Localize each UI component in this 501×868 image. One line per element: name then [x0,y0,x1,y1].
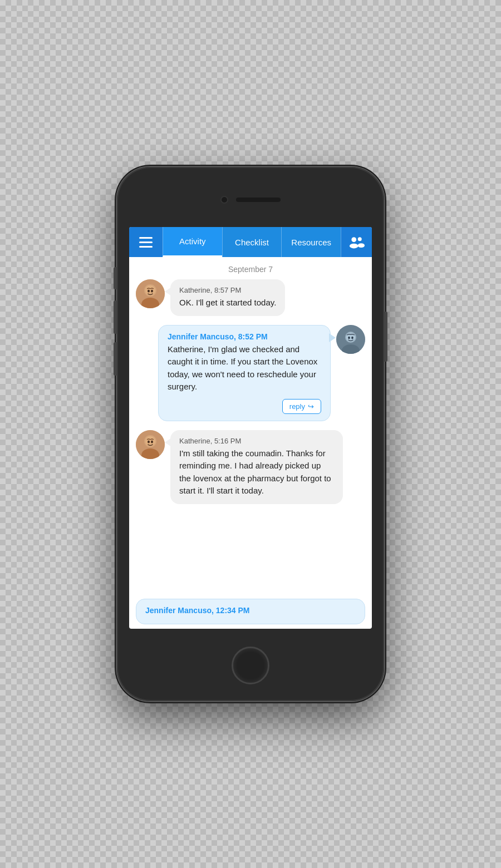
msg-text-3: I'm still taking the coumadin. Thanks fo… [179,447,334,497]
message-bubble-2: Jennifer Mancuso, 8:52 PM Katherine, I'm… [158,325,331,421]
group-button[interactable] [341,227,372,257]
reply-button[interactable]: reply ↪ [282,399,321,414]
msg-sender-2: Jennifer Mancuso, 8:52 PM [168,332,321,341]
hamburger-icon [139,237,153,248]
partial-message-row: Jennifer Mancuso, 12:34 PM [136,599,365,624]
tab-resources-label: Resources [291,238,331,247]
date-text: September 7 [228,265,273,274]
sender-name-1: Katherine [179,286,210,294]
msg-sender-3: Katherine, 5:16 PM [179,437,334,445]
group-icon [349,235,365,249]
tab-checklist-label: Checklist [235,238,269,247]
volume-down-button [114,342,117,376]
speaker [236,198,281,202]
home-button[interactable] [232,647,269,684]
phone-top-bar [220,196,281,204]
hamburger-line-2 [139,241,153,243]
mute-button [114,267,117,289]
sender-name-3: Katherine [179,437,210,445]
phone-screen: Activity Checklist Resources [129,227,372,629]
message-row-3: Katherine, 5:16 PM I'm still taking the … [136,430,365,504]
svg-point-15 [351,336,353,338]
nav-bar: Activity Checklist Resources [129,227,372,257]
svg-point-2 [357,237,361,241]
avatar-jennifer-1 [336,325,365,354]
avatar-katherine-1 [136,279,165,308]
partial-sender-time: 12:34 PM [216,606,250,615]
svg-point-3 [357,243,364,248]
msg-text-2: Katherine, I'm glad we checked and caugh… [168,343,321,393]
volume-up-button [114,300,117,334]
tab-activity[interactable]: Activity [163,227,222,257]
partial-sender-name: Jennifer Mancuso [145,606,212,615]
message-bubble-3: Katherine, 5:16 PM I'm still taking the … [170,430,343,504]
svg-point-19 [145,436,155,446]
msg-sender-1: Katherine, 8:57 PM [179,286,276,294]
svg-point-21 [151,440,153,443]
sender-time-3: 5:16 PM [214,437,241,445]
message-bubble-1: Katherine, 8:57 PM OK. I'll get it start… [170,279,285,316]
tab-activity-label: Activity [179,236,206,246]
tab-resources[interactable]: Resources [281,227,341,257]
message-row-1: Katherine, 8:57 PM OK. I'll get it start… [136,279,365,316]
msg-text-1: OK. I'll get it started today. [179,297,276,309]
svg-point-1 [349,244,358,249]
sender-time-1: 8:57 PM [214,286,241,294]
reply-button-area: reply ↪ [168,399,321,414]
front-camera [220,196,228,204]
sender-time-2: 8:52 PM [238,332,268,341]
date-separator: September 7 [129,257,372,279]
tab-checklist[interactable]: Checklist [222,227,282,257]
nav-tabs: Activity Checklist Resources [163,227,341,257]
svg-point-9 [151,290,153,293]
svg-point-0 [351,237,356,242]
hamburger-line-3 [139,246,153,248]
reply-label: reply [289,402,305,411]
sender-name-2: Jennifer Mancuso [168,332,234,341]
app-container: Activity Checklist Resources [129,227,372,629]
message-row-2: Jennifer Mancuso, 8:52 PM Katherine, I'm… [136,325,365,421]
messages-list[interactable]: Katherine, 8:57 PM OK. I'll get it start… [129,279,372,599]
menu-button[interactable] [129,227,163,257]
svg-point-7 [145,285,155,295]
partial-msg-sender: Jennifer Mancuso, 12:34 PM [145,606,356,615]
avatar-katherine-2 [136,430,165,459]
svg-point-14 [348,336,350,338]
svg-point-8 [148,290,150,293]
reply-icon: ↪ [308,402,314,411]
power-button [384,312,387,362]
svg-point-20 [148,440,150,443]
hamburger-line-1 [139,237,153,239]
phone-frame: Activity Checklist Resources [117,167,384,701]
